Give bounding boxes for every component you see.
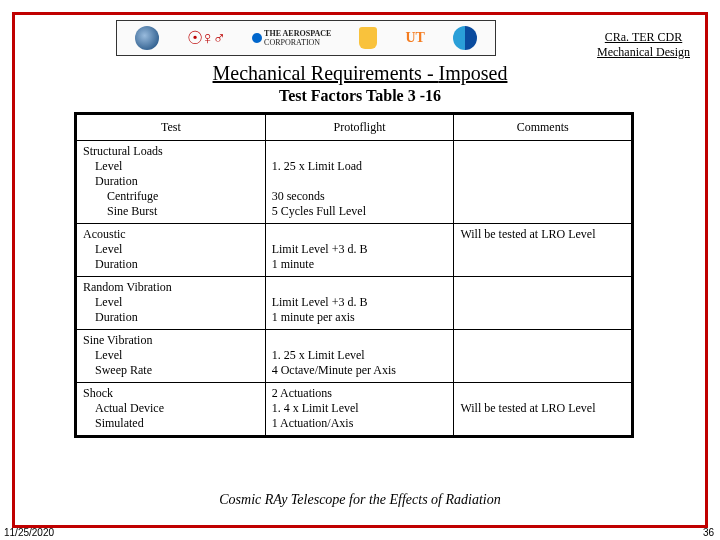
proto-line: 30 seconds xyxy=(272,189,325,203)
table-row: Acoustic Level Duration Limit Level +3 d… xyxy=(77,224,632,277)
title-right: Imposed xyxy=(439,62,508,84)
tagline-part: elescope for the xyxy=(297,492,389,507)
footer-date: 11/25/2020 xyxy=(4,527,54,538)
proto-line: 1. 25 x Limit Level xyxy=(272,348,365,362)
cell-test: Structural Loads Level Duration Centrifu… xyxy=(77,141,266,224)
aerospace-logo-icon: THE AEROSPACECORPORATION xyxy=(252,24,331,52)
test-sub: Level xyxy=(83,348,259,363)
comments-text: Will be tested at LRO Level xyxy=(460,401,595,415)
test-sub: Duration xyxy=(83,310,259,325)
cell-protoflight: Limit Level +3 d. B 1 minute per axis xyxy=(265,277,454,330)
proto-line: 5 Cycles Full Level xyxy=(272,204,366,218)
test-name: Sine Vibration xyxy=(83,333,152,347)
shield-logo-icon xyxy=(359,24,377,52)
test-name: Structural Loads xyxy=(83,144,163,158)
test-sub: Duration xyxy=(83,257,259,272)
tagline-part: adiation xyxy=(454,492,501,507)
proto-line: 1. 25 x Limit Load xyxy=(272,159,362,173)
test-sub: Duration xyxy=(83,174,259,189)
proto-line: 1 Actuation/Axis xyxy=(272,416,354,430)
tagline-cap: R xyxy=(446,492,455,507)
tagline-part: y xyxy=(281,492,291,507)
proto-line: 4 Octave/Minute per Axis xyxy=(272,363,396,377)
table-row: Structural Loads Level Duration Centrifu… xyxy=(77,141,632,224)
title-area: Mechanical Requirements - Imposed Test F… xyxy=(0,62,720,105)
test-subsub: Centrifuge xyxy=(83,189,259,204)
cell-comments: Will be tested at LRO Level xyxy=(454,224,632,277)
cell-test: Sine Vibration Level Sweep Rate xyxy=(77,330,266,383)
cell-comments xyxy=(454,277,632,330)
test-sub: Level xyxy=(83,242,259,257)
header-test: Test xyxy=(77,115,266,141)
test-subsub: Sine Burst xyxy=(83,204,259,219)
tagline-part: ffects of xyxy=(398,492,445,507)
title-left: Mechanical Requirements - xyxy=(213,62,439,84)
test-name: Acoustic xyxy=(83,227,126,241)
proto-line: 1 minute per axis xyxy=(272,310,355,324)
page-subtitle: Test Factors Table 3 -16 xyxy=(0,87,720,105)
doc-reference: CRa. TER CDR Mechanical Design xyxy=(597,30,690,60)
nasa-logo-icon xyxy=(135,24,159,52)
footer-page-number: 36 xyxy=(703,527,714,538)
proto-line: Limit Level +3 d. B xyxy=(272,295,368,309)
tagline-part: osmic xyxy=(229,492,265,507)
cell-comments: Will be tested at LRO Level xyxy=(454,383,632,436)
table-header-row: Test Protoflight Comments xyxy=(77,115,632,141)
doc-ref-line2: Mechanical Design xyxy=(597,45,690,60)
proto-line: 1 minute xyxy=(272,257,314,271)
cell-test: Shock Actual Device Simulated xyxy=(77,383,266,436)
proto-line: 2 Actuations xyxy=(272,386,332,400)
header-protoflight: Protoflight xyxy=(265,115,454,141)
cell-comments xyxy=(454,330,632,383)
proto-line: 1. 4 x Limit Level xyxy=(272,401,359,415)
proto-line: Limit Level +3 d. B xyxy=(272,242,368,256)
test-sub: Sweep Rate xyxy=(83,363,259,378)
test-name: Shock xyxy=(83,386,113,400)
test-sub: Level xyxy=(83,295,259,310)
test-sub: Level xyxy=(83,159,259,174)
logo-strip: ☉♀♂ THE AEROSPACECORPORATION UT xyxy=(116,20,496,56)
cell-comments xyxy=(454,141,632,224)
tagline: Cosmic RAy Telescope for the Effects of … xyxy=(0,492,720,508)
tagline-cap: RA xyxy=(265,492,281,507)
aerospace-text2: CORPORATION xyxy=(264,38,320,47)
people-logo-icon: ☉♀♂ xyxy=(187,24,224,52)
test-sub: Actual Device xyxy=(83,401,259,416)
test-name: Random Vibration xyxy=(83,280,172,294)
cell-protoflight: Limit Level +3 d. B 1 minute xyxy=(265,224,454,277)
test-factors-table: Test Protoflight Comments Structural Loa… xyxy=(74,112,634,438)
tagline-cap: C xyxy=(219,492,228,507)
doc-ref-line1: CRa. TER CDR xyxy=(597,30,690,45)
page-title: Mechanical Requirements - Imposed xyxy=(0,62,720,85)
cell-test: Random Vibration Level Duration xyxy=(77,277,266,330)
cell-test: Acoustic Level Duration xyxy=(77,224,266,277)
test-sub: Simulated xyxy=(83,416,259,431)
aerospace-text: THE AEROSPACE xyxy=(264,29,331,38)
table-row: Shock Actual Device Simulated 2 Actuatio… xyxy=(77,383,632,436)
ut-logo-icon: UT xyxy=(405,24,424,52)
noaa-logo-icon xyxy=(453,24,477,52)
cell-protoflight: 1. 25 x Limit Load 30 seconds 5 Cycles F… xyxy=(265,141,454,224)
cell-protoflight: 1. 25 x Limit Level 4 Octave/Minute per … xyxy=(265,330,454,383)
cell-protoflight: 2 Actuations 1. 4 x Limit Level 1 Actuat… xyxy=(265,383,454,436)
header-comments: Comments xyxy=(454,115,632,141)
table-row: Random Vibration Level Duration Limit Le… xyxy=(77,277,632,330)
table-row: Sine Vibration Level Sweep Rate 1. 25 x … xyxy=(77,330,632,383)
tagline-cap: E xyxy=(390,492,399,507)
